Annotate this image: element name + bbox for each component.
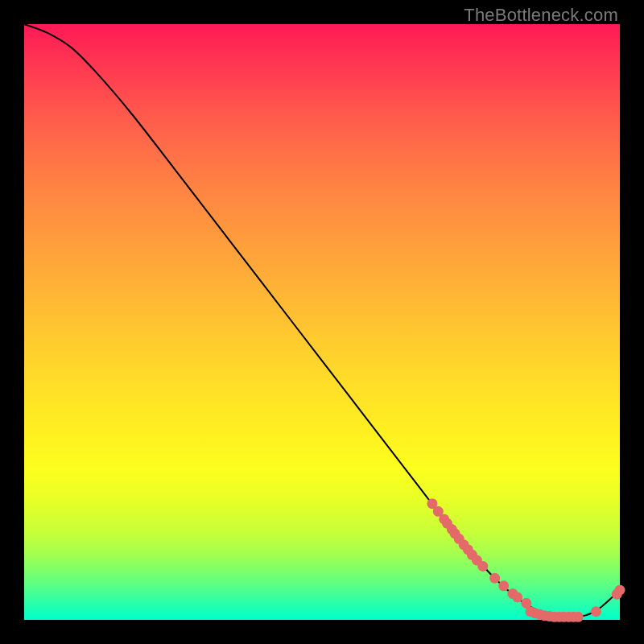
data-marker (512, 592, 522, 602)
data-marker (591, 606, 601, 617)
data-marker (498, 580, 509, 591)
chart-svg (24, 24, 620, 620)
data-marker (573, 612, 584, 622)
chart-container: TheBottleneck.com (0, 0, 644, 644)
watermark-text: TheBottleneck.com (464, 5, 618, 26)
data-marker (615, 585, 625, 596)
bottleneck-curve (24, 24, 620, 617)
data-marker (489, 573, 500, 584)
data-markers (427, 498, 625, 622)
data-marker (477, 561, 488, 572)
